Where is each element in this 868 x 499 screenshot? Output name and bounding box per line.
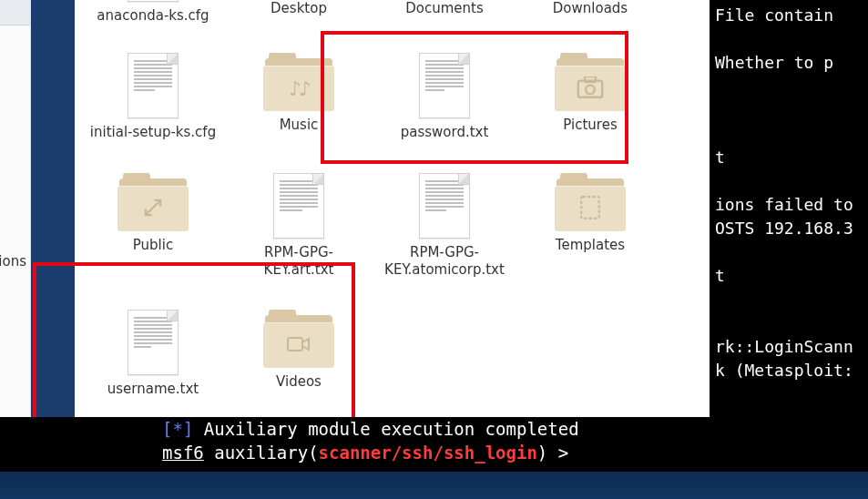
prompt-msf: msf6 <box>162 443 204 463</box>
folder-item-pictures[interactable]: Pictures <box>517 53 663 134</box>
terminal-bottom[interactable]: [*] Auxiliary module execution completed… <box>0 417 868 472</box>
terminal-line: t <box>715 266 725 285</box>
folder-item-public[interactable]: Public <box>80 173 226 254</box>
file-item[interactable]: RPM-GPG-KEY.atomicorp.txt <box>372 173 517 279</box>
file-label: Desktop <box>271 0 327 17</box>
text-file-icon <box>273 173 324 239</box>
sidebar: tions <box>0 0 31 417</box>
file-label: Music <box>280 117 319 134</box>
sidebar-item-fragment[interactable]: tions <box>0 253 26 270</box>
file-label: Public <box>133 237 173 254</box>
folder-icon <box>555 53 626 111</box>
folder-item-music[interactable]: Music <box>226 53 372 134</box>
file-label: password.txt <box>401 124 489 141</box>
template-icon <box>580 196 600 223</box>
file-label: initial-setup-ks.cfg <box>90 124 216 141</box>
file-manager-icon-view[interactable]: anaconda-ks.cfg Desktop Documents Downlo… <box>75 0 710 417</box>
text-file-icon <box>128 310 179 375</box>
file-label: Pictures <box>563 117 617 134</box>
folder-icon <box>263 310 334 368</box>
folder-item-videos[interactable]: Videos <box>226 310 372 391</box>
text-file-icon <box>128 0 179 2</box>
folder-item-templates[interactable]: Templates <box>517 173 663 254</box>
file-label: anaconda-ks.cfg <box>97 7 209 25</box>
terminal-right[interactable]: File contain Whether to p t ions failed … <box>710 0 868 417</box>
sidebar-header <box>0 0 30 25</box>
file-item[interactable]: RPM-GPG-KEY.art.txt <box>226 173 372 279</box>
file-label: RPM-GPG-KEY.atomicorp.txt <box>376 244 513 279</box>
folder-item[interactable]: Desktop <box>226 0 372 17</box>
status-message: Auxiliary module execution completed <box>193 419 578 439</box>
desktop-background <box>0 472 868 499</box>
prompt-aux: auxiliary( <box>204 443 319 463</box>
folder-icon <box>555 173 626 231</box>
file-item-password[interactable]: password.txt <box>372 53 517 141</box>
terminal-line: k (Metasploit: <box>715 361 853 380</box>
terminal-line: ions failed to <box>715 195 853 214</box>
terminal-line: t <box>715 148 725 167</box>
file-label: Templates <box>556 237 625 254</box>
share-icon <box>140 195 166 224</box>
music-icon <box>289 77 309 100</box>
file-item[interactable]: initial-setup-ks.cfg <box>80 53 226 141</box>
folder-item[interactable]: Downloads <box>517 0 663 17</box>
folder-item[interactable]: Documents <box>372 0 517 17</box>
text-file-icon <box>128 53 179 118</box>
svg-rect-3 <box>581 197 599 219</box>
camera-icon <box>577 76 604 102</box>
terminal-line: File contain <box>715 5 833 25</box>
file-label: Documents <box>405 0 484 17</box>
svg-point-2 <box>586 85 595 94</box>
terminal-line: rk::LoginScann <box>715 337 853 356</box>
prompt-end: ) > <box>537 443 579 463</box>
folder-icon <box>117 173 189 231</box>
text-file-icon <box>419 173 470 239</box>
status-marker: [*] <box>162 419 193 439</box>
prompt-module: scanner/ssh/ssh_login <box>319 443 537 463</box>
terminal-line: OSTS 192.168.3 <box>715 219 853 238</box>
svg-rect-1 <box>585 76 596 82</box>
file-label: username.txt <box>107 381 199 398</box>
file-label: Videos <box>276 373 322 391</box>
svg-rect-4 <box>288 338 302 351</box>
file-label: RPM-GPG-KEY.art.txt <box>230 244 367 279</box>
terminal-line: Whether to p <box>715 53 833 72</box>
folder-icon <box>263 53 334 111</box>
file-label: Downloads <box>553 0 628 17</box>
file-item-username[interactable]: username.txt <box>80 310 226 398</box>
text-file-icon <box>419 53 470 118</box>
video-icon <box>287 334 311 358</box>
file-item[interactable]: anaconda-ks.cfg <box>80 0 226 25</box>
